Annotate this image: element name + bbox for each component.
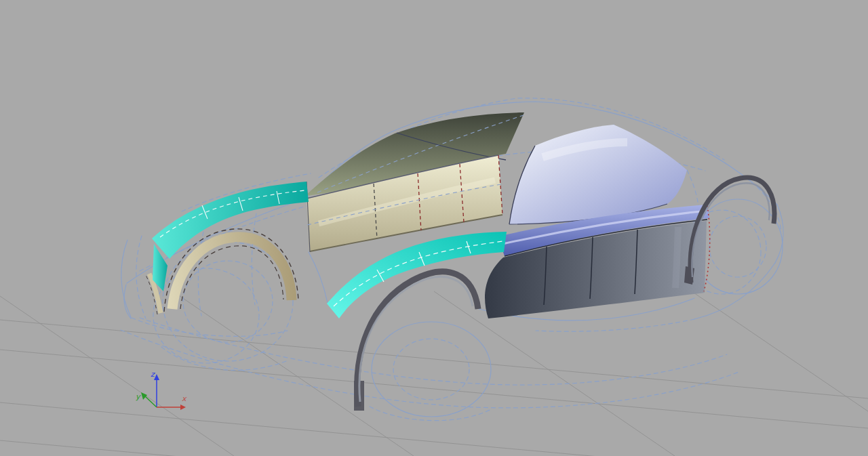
3d-viewport[interactable]: z y x [0, 0, 868, 456]
rear-panel-sheen [675, 227, 678, 288]
cad-application-window: z y x [0, 0, 868, 456]
